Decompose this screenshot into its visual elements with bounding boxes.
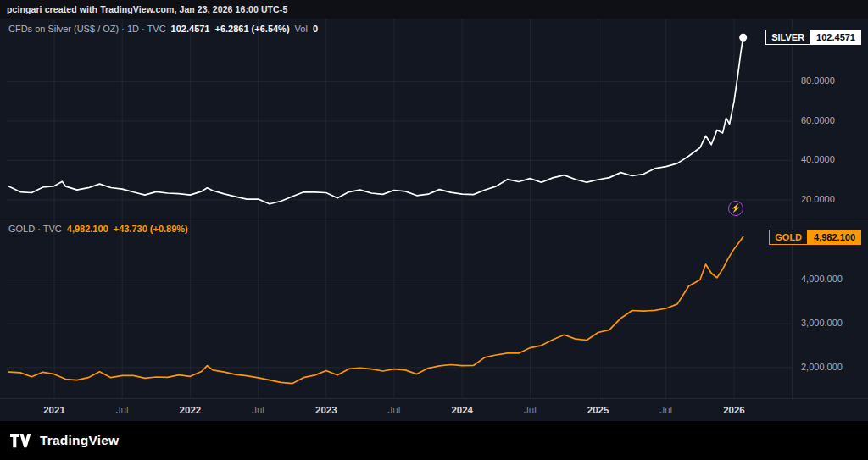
tradingview-logo-icon[interactable] [10,432,32,449]
time-axis-label: 2022 [180,399,202,421]
price-axis-label: 20.0000 [801,194,835,204]
time-axis-label: Jul [252,399,264,421]
silver-vol-value: 0 [313,24,318,34]
silver-badge-symbol: SILVER [765,30,810,45]
gold-legend[interactable]: GOLD · TVC 4,982.100 +43.730 (+0.89%) [8,224,188,234]
time-axis[interactable]: 2021Jul2022Jul2023Jul2024Jul2025Jul2026 [0,398,868,421]
silver-badge-price: 102.4571 [810,30,861,45]
price-axis-label: 3,000.000 [801,318,843,328]
gold-symbol-label: GOLD · TVC [8,224,62,234]
silver-legend[interactable]: CFDs on Silver (US$ / OZ) · 1D · TVC 102… [8,24,318,34]
tradingview-brand-text[interactable]: TradingView [40,433,119,448]
silver-symbol-label: CFDs on Silver (US$ / OZ) · 1D · TVC [8,24,166,34]
silver-chart-pane[interactable] [7,19,792,219]
gold-chart-pane[interactable] [7,219,792,398]
gold-price-badge: GOLD 4,982.100 [769,230,861,245]
time-axis-label: 2026 [723,399,745,421]
attribution-bar: pcingari created with TradingView.com, J… [0,0,868,19]
time-axis-label: 2024 [451,399,473,421]
gold-change-value: +43.730 (+0.89%) [114,224,188,234]
time-axis-label: 2023 [315,399,337,421]
price-axis-label: 60.0000 [801,115,835,125]
price-axis-label: 40.0000 [801,154,835,164]
time-axis-label: 2025 [587,399,609,421]
time-axis-label: Jul [116,399,129,421]
price-axis-label: 80.0000 [801,75,835,86]
attribution-text: pcingari created with TradingView.com, J… [7,4,287,14]
flash-button[interactable]: ⚡ [728,201,743,216]
time-axis-label: Jul [524,399,537,421]
price-axis-label: 2,000.000 [801,362,843,372]
silver-price-badge: SILVER 102.4571 [765,30,861,45]
gold-price-line [9,237,743,384]
gold-badge-price: 4,982.100 [808,230,861,245]
chart-area: CFDs on Silver (US$ / OZ) · 1D · TVC 102… [0,19,868,421]
price-axis-label: 4,000.000 [801,274,843,284]
last-price-marker [739,34,747,42]
flash-icon: ⚡ [731,204,741,213]
gold-badge-symbol: GOLD [769,230,808,245]
silver-change-value: +6.2861 (+6.54%) [215,24,290,34]
pane-divider[interactable] [0,219,868,219]
gold-price-value: 4,982.100 [67,224,108,234]
time-axis-label: Jul [388,399,401,421]
silver-vol-label: Vol [295,24,308,34]
silver-price-value: 102.4571 [171,24,210,34]
time-axis-label: 2021 [43,399,65,421]
footer-bar: TradingView [0,421,868,460]
price-axis[interactable]: SILVER 102.4571 GOLD 4,982.100 20.000040… [792,19,868,398]
time-axis-label: Jul [659,399,672,421]
